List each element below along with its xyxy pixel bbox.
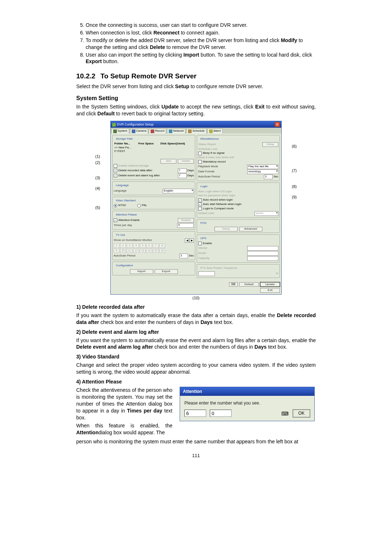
ups-capacity-input[interactable] [247,256,278,261]
tvout-grid[interactable]: 12345678 910111213141516 [114,243,194,253]
numbered-steps: Once the connecting is success, user can… [76,22,316,65]
step-7: To modify or delete the added DVR server… [86,37,316,51]
step-8: User also can import the setting by clic… [86,52,316,65]
playback-mode-select[interactable]: Play the last file [247,164,278,169]
config-titlebar: DVR Configuration Setup ✕ [111,121,281,128]
exit-button[interactable]: Exit [260,288,280,293]
item2-para: If you want the system to automatically … [76,337,316,351]
attention-group: Attention Please ✓Attention EnableDisabl… [112,211,195,230]
arrow-right-icon[interactable]: ▶ [189,238,194,243]
item2-title: 2) Delete event and alarm log after [76,329,316,336]
pos-setup-button[interactable]: Setup [215,227,238,231]
tvout-autoscan-input[interactable]: 3 [179,254,188,258]
item1-title: 1) Delete recorded data after [76,304,316,311]
attention-dialog: Attention Please enter the number what y… [180,387,315,421]
delete-recorded-days-input[interactable]: 7 [178,168,187,173]
status-setup-button[interactable]: Setup [262,142,278,147]
attention-disable-button[interactable]: Disable [178,218,194,223]
item4-two-col: Check the attentiveness of the person wh… [76,387,316,438]
login-group: Login Auto Login when OS login Ask for p… [197,182,280,218]
tab-schedule[interactable]: Schedule [186,128,206,134]
item3-title: 3) Video Standard [76,353,316,360]
export-button[interactable]: Export [155,269,178,274]
attention-number-input[interactable]: 0 [210,410,232,417]
keyboard-icon[interactable]: ⌨ [229,282,238,287]
tab-system[interactable]: System [111,128,129,134]
attention-message: Please enter the number what you see. [184,400,310,406]
import-button[interactable]: Import [130,269,153,274]
schedule-icon [188,130,192,133]
callouts-left: (1) (2) (3) (4) (5) [91,143,100,211]
section-intro: Select the DVR server from listing and c… [76,83,316,90]
camera-icon [132,130,135,133]
enable-net-storage-checkbox[interactable]: Enable network storage [114,164,149,168]
tab-record[interactable]: Record [149,128,166,134]
item3-para: Change and select the proper video syste… [76,362,316,376]
pal-radio[interactable]: PAL [137,204,147,208]
close-icon[interactable]: ✕ [275,122,280,127]
network-icon [169,130,172,133]
alarm-icon [209,130,213,133]
compact-mode-checkbox[interactable]: Login to Compact mode [198,207,234,211]
tab-network[interactable]: Network [167,128,185,134]
item4-para-b: When this feature is enabled, the Attent… [76,422,172,436]
system-setting-para: In the System Setting windows, click Upd… [76,103,316,117]
app-icon [112,123,116,127]
auto-network-checkbox[interactable]: ✓Auto start Network when login [198,202,241,206]
pos-group: POS Setup Advanced [197,219,280,233]
add-button[interactable]: Add [160,159,176,164]
callouts-right: (6) (7) (8) (9) [292,143,301,200]
item4-para-a: Check the attentiveness of the person wh… [76,387,172,421]
config-tabs: System Camera Record Network Schedule Al… [111,128,281,134]
bottom-buttons: ⌨ Default Update [111,281,281,288]
storage-path-group: Storage Path Folder Na...Free SpaceDisk … [112,135,195,180]
storage-table: Folder Na...Free SpaceDisk Space(Used) <… [114,142,194,159]
section-heading: 10.2.2To Setup Remote DVR Server [76,71,316,81]
record-icon [151,130,154,133]
pos-advanced-button[interactable]: Advanced [239,227,262,231]
tvout-group: TV Out Show on Surveillance Monitor◀▶ 12… [112,231,195,260]
video-standard-group: Video Standard NTSC PAL [112,197,195,210]
gear-icon [113,130,117,133]
default-button[interactable]: Default [239,282,259,287]
arrow-left-icon[interactable]: ◀ [185,238,189,243]
delete-log-days-input[interactable]: 7 [178,173,187,178]
date-format-select[interactable]: mm/dd/yy [247,169,278,174]
ntsc-radio[interactable]: NTSC [114,204,126,208]
configuration-group: Configuration Import Export [112,262,195,276]
misc-group: Miscellaneous Status ReportSetup Schedul… [197,135,280,181]
page-number: 111 [76,452,316,459]
default-user-select[interactable]: admin [254,211,278,216]
ok-button[interactable]: OK [293,410,310,417]
tab-alarm[interactable]: Alarm [207,128,223,134]
item1-para: If you want the system to automatically … [76,312,316,326]
mandatory-record-checkbox[interactable]: Mandatory record [198,160,226,164]
ups-enable-checkbox[interactable]: Enable [198,242,212,246]
keyboard-icon[interactable]: ⌨ [281,410,289,416]
attention-dialog-title: Attention [180,387,314,396]
delete-log-checkbox[interactable]: ✓Delete event and alarm log after: [114,174,160,178]
misc-autoscan-input[interactable]: 3 [264,175,273,179]
ups-group: UPS Enable Vendor Model Capacity [197,234,280,263]
auto-record-checkbox[interactable]: ✓Auto record when login [198,198,233,202]
delete-recorded-checkbox[interactable]: ✓Delete recorded data after: [114,169,153,173]
item4-cont: person who is monitoring the system must… [76,438,316,445]
language-select[interactable]: English [163,189,194,193]
tab-camera[interactable]: Camera [130,128,148,134]
ptz-input[interactable] [198,271,215,276]
update-button[interactable]: Update [260,282,280,287]
item4-title: 4) Attention Please [76,378,316,385]
tvout-arrows[interactable]: ◀▶ [185,238,194,243]
delete-button[interactable]: Delete [178,159,194,164]
ptz-group: PTZ Auto Preset / Sequence % [197,264,280,278]
system-setting-heading: System Setting [76,94,316,102]
config-figure: (1) (2) (3) (4) (5) (6) (7) (8) (9) DVR … [102,121,290,301]
callout-bottom: (10) [102,295,290,301]
beep-nosignal-checkbox[interactable]: Beep if no signal [198,151,224,155]
times-per-day-input[interactable]: 5 [177,223,194,228]
ups-vendor-input[interactable] [247,246,278,251]
language-group: Language LanguageEnglish [112,181,195,195]
step-6: When connection is lost, click Reconnect… [86,29,316,36]
attention-enable-checkbox[interactable]: ✓Attention Enable [114,218,140,222]
ups-model-input[interactable] [247,251,278,256]
